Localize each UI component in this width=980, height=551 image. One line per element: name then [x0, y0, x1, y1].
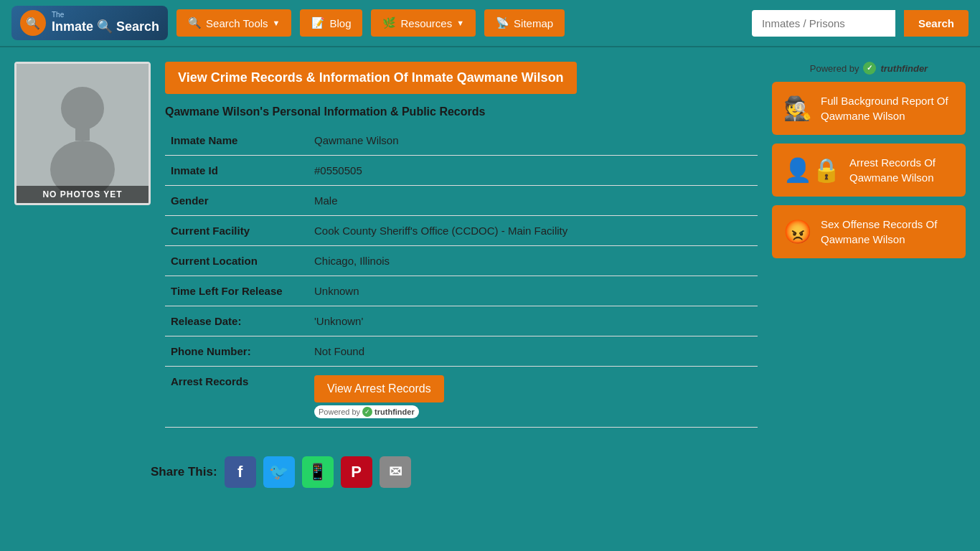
release-value: 'Unknown' — [308, 306, 758, 336]
time-left-label: Time Left For Release — [165, 276, 308, 306]
photo-silhouette — [17, 64, 149, 203]
main-content: NO PHOTOS YET View Crime Records & Infor… — [0, 47, 980, 442]
phone-value: Not Found — [308, 336, 758, 367]
sitemap-button[interactable]: 📡 Sitemap — [484, 9, 565, 37]
silhouette-svg — [39, 76, 126, 191]
logo-text: The Inmate 🔍 Search — [52, 11, 159, 35]
sex-offense-button[interactable]: 😡 Sex Offense Records Of Qawmane Wilson — [772, 205, 966, 258]
photo-box: NO PHOTOS YET — [14, 62, 151, 205]
logo: 🔍 The Inmate 🔍 Search — [11, 6, 168, 40]
gender-value: Male — [308, 186, 758, 216]
pinterest-share-button[interactable]: P — [341, 456, 372, 488]
share-label: Share This: — [151, 465, 217, 479]
phone-label: Phone Number: — [165, 336, 308, 367]
sidebar-right: Powered by ✓ truthfinder 🕵️ Full Backgro… — [772, 62, 966, 428]
search-button[interactable]: Search — [904, 10, 969, 37]
svg-point-1 — [50, 141, 115, 191]
gender-label: Gender — [165, 186, 308, 216]
arrest-label: Arrest Records — [165, 367, 308, 428]
angry-icon: 😡 — [783, 218, 812, 245]
info-table: Inmate Name Qawmane Wilson Inmate Id #05… — [165, 126, 758, 428]
whatsapp-share-button[interactable]: 📱 — [302, 456, 334, 488]
info-area: View Crime Records & Information Of Inma… — [165, 62, 758, 428]
table-row: Time Left For Release Unknown — [165, 276, 758, 306]
arrest-btn-cell: View Arrest Records Powered by ✓ truthfi… — [308, 367, 758, 428]
full-background-button[interactable]: 🕵️ Full Background Report Of Qawmane Wil… — [772, 82, 966, 135]
arrest-records-button[interactable]: 👤🔒 Arrest Records Of Qawmane Wilson — [772, 143, 966, 197]
email-share-button[interactable]: ✉ — [380, 456, 411, 488]
truthfinder-logo-small: ✓ — [362, 407, 372, 417]
detective-icon: 🕵️ — [783, 95, 812, 122]
twitter-share-button[interactable]: 🐦 — [263, 456, 295, 488]
share-area: Share This: f 🐦 📱 P ✉ — [151, 442, 980, 502]
view-arrest-button[interactable]: View Arrest Records — [314, 375, 444, 402]
inmate-name-label: Inmate Name — [165, 126, 308, 156]
svg-point-0 — [61, 87, 104, 130]
powered-by-label: Powered by ✓ truthfinder — [772, 62, 966, 75]
blog-button[interactable]: 📝 Blog — [300, 9, 362, 37]
time-left-value: Unknown — [308, 276, 758, 306]
table-row: Arrest Records View Arrest Records Power… — [165, 367, 758, 428]
table-row: Current Facility Cook County Sheriff's O… — [165, 216, 758, 246]
table-row: Release Date: 'Unknown' — [165, 306, 758, 336]
header: 🔍 The Inmate 🔍 Search 🔍 Search Tools ▼ 📝… — [0, 0, 980, 47]
logo-the: The — [52, 11, 159, 19]
photo-area: NO PHOTOS YET — [14, 62, 151, 428]
logo-icon: 🔍 — [20, 10, 46, 36]
table-row: Phone Number: Not Found — [165, 336, 758, 367]
svg-rect-2 — [75, 128, 90, 141]
inmate-id-label: Inmate Id — [165, 156, 308, 186]
search-tools-icon: 🔍 — [188, 17, 202, 29]
arrest-icon: 👤🔒 — [783, 156, 841, 184]
table-row: Current Location Chicago, Illinois — [165, 246, 758, 276]
location-value: Chicago, Illinois — [308, 246, 758, 276]
table-row: Inmate Name Qawmane Wilson — [165, 126, 758, 156]
search-tools-button[interactable]: 🔍 Search Tools ▼ — [176, 9, 291, 37]
release-label: Release Date: — [165, 306, 308, 336]
chevron-down-icon-2: ▼ — [456, 19, 464, 27]
blog-icon: 📝 — [311, 17, 325, 29]
sitemap-icon: 📡 — [496, 17, 509, 29]
resources-button[interactable]: 🌿 Resources ▼ — [371, 9, 476, 37]
truthfinder-badge: Powered by ✓ truthfinder — [314, 405, 419, 418]
search-input[interactable] — [752, 10, 895, 37]
location-label: Current Location — [165, 246, 308, 276]
table-row: Gender Male — [165, 186, 758, 216]
inmate-id-value: #0550505 — [308, 156, 758, 186]
logo-inmate: Inmate 🔍 Search — [52, 19, 159, 35]
resources-icon: 🌿 — [382, 17, 396, 29]
facility-value: Cook County Sheriff's Office (CCDOC) - M… — [308, 216, 758, 246]
facebook-share-button[interactable]: f — [225, 456, 256, 488]
personal-heading: Qawmane Wilson's Personal Information & … — [165, 105, 758, 118]
inmate-name-value: Qawmane Wilson — [308, 126, 758, 156]
no-photo-label: NO PHOTOS YET — [17, 186, 149, 203]
facility-label: Current Facility — [165, 216, 308, 246]
chevron-down-icon: ▼ — [273, 19, 281, 27]
table-row: Inmate Id #0550505 — [165, 156, 758, 186]
truthfinder-logo-icon: ✓ — [863, 62, 876, 75]
record-title: View Crime Records & Information Of Inma… — [165, 62, 577, 94]
